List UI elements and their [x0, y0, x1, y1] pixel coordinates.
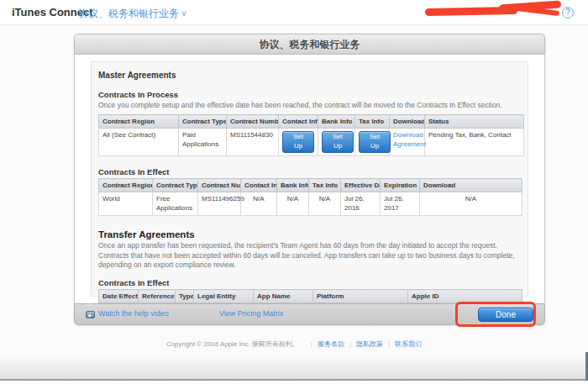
column-header: Contact Info [241, 179, 277, 192]
transfer-agreements-heading: Transfer Agreements [98, 229, 521, 239]
table-cell: Jul 26, 2016 [341, 192, 381, 216]
contracts-in-process-table: Contract RegionContract TypeContract Num… [98, 114, 524, 156]
column-header: Download [420, 179, 522, 192]
table-cell: Set Up [318, 129, 355, 156]
bottom-toolbar: ▶Watch the help video View Pricing Matri… [74, 303, 545, 325]
column-header: Contract Region [99, 179, 153, 192]
set-up-button[interactable]: Set Up [359, 131, 391, 153]
column-header: Contract Num... [198, 179, 241, 192]
column-header: Contract Type [179, 115, 227, 129]
footer-link[interactable]: 隐私政策 [356, 340, 383, 348]
contracts-in-effect-heading: Contracts In Effect [98, 167, 521, 176]
column-header: Status [425, 115, 524, 129]
done-button[interactable]: Done [478, 308, 533, 322]
transfer-contracts-table: Date EffectiveReference IDTypeLegal Enti… [98, 289, 522, 303]
table-cell: MS111544830 [227, 129, 279, 156]
footer-separator: | [311, 340, 312, 348]
help-icon[interactable]: ? [562, 7, 574, 18]
card-body: Master Agreements Contracts In Process O… [74, 55, 545, 303]
transfer-contracts-in-effect-heading: Contracts In Effect [98, 278, 521, 287]
column-header: Platform [313, 290, 408, 303]
column-header: App Name [254, 290, 313, 303]
column-header: Legal Entity [194, 290, 254, 303]
table-cell: Jul 26, 2017 [381, 192, 420, 216]
window-bottom-edge [0, 355, 588, 381]
table-cell: Set Up [279, 129, 318, 156]
table-cell: Set Up [355, 129, 390, 156]
table-row: WorldFree ApplicationsMS111496259N/AN/AN… [99, 192, 522, 216]
master-agreements-heading: Master Agreements [98, 71, 521, 80]
column-header: Apple ID [408, 290, 522, 303]
column-header: Date Effective [99, 290, 139, 303]
table-cell: N/A [241, 192, 277, 216]
table-cell: N/A [277, 192, 309, 216]
transfer-agreements-description: Once an app transfer has been requested,… [98, 241, 521, 270]
column-header: Expiration [381, 179, 420, 192]
column-header: Contract Region [99, 115, 179, 129]
column-header: Reference ID [139, 290, 176, 303]
contracts-in-process-heading: Contracts In Process [98, 90, 521, 99]
table-cell: N/A [420, 192, 522, 216]
section-dropdown[interactable]: 协议、税务和银行业务˅ [78, 7, 186, 21]
page-title: 协议、税务和银行业务 [74, 34, 545, 55]
column-header: Bank Info [277, 179, 309, 192]
column-header: Download [390, 115, 425, 129]
contracts-in-process-description: Once you complete setup and the effectiv… [98, 101, 521, 110]
footer-link[interactable]: 服务条款 [318, 340, 344, 348]
column-header: Tax Info [309, 179, 341, 192]
table-header-row: Contract RegionContract TypeContract Num… [99, 115, 524, 129]
table-cell: N/A [309, 192, 341, 216]
contracts-in-effect-table: Contract RegionContract TypeContract Num… [98, 178, 522, 216]
watch-help-video-link[interactable]: ▶Watch the help video [86, 309, 169, 318]
footer-link[interactable]: 联系我们 [395, 340, 422, 348]
set-up-button[interactable]: Set Up [282, 131, 314, 153]
table-row: All (See Contract)Paid ApplicationsMS111… [99, 129, 524, 156]
column-header: Tax Info [355, 115, 390, 129]
footer-separator: | [388, 340, 390, 348]
copyright-text: Copyright © 2016 Apple Inc. 保留所有权利。 [166, 340, 299, 348]
column-header: Effective Date [341, 179, 381, 192]
column-header: Contract Type [153, 179, 198, 192]
column-header: Contract Number [227, 115, 279, 129]
table-cell: Download Agreement [390, 129, 425, 156]
table-cell: All (See Contract) [99, 129, 179, 156]
footer-separator: | [349, 340, 351, 348]
table-cell: Free Applications [153, 192, 198, 216]
table-cell: MS111496259 [198, 192, 241, 216]
video-icon: ▶ [86, 311, 95, 318]
table-cell: World [99, 192, 153, 216]
set-up-button[interactable]: Set Up [322, 131, 354, 153]
agreements-module: 协议、税务和银行业务 Master Agreements Contracts I… [74, 34, 545, 325]
table-header-row: Contract RegionContract TypeContract Num… [99, 179, 522, 192]
column-header: Bank Info [318, 115, 355, 129]
download-agreement-link[interactable]: Download Agreement [393, 131, 426, 147]
table-header-row: Date EffectiveReference IDTypeLegal Enti… [99, 290, 522, 303]
column-header: Contact Info [279, 115, 318, 129]
agreements-panel: Master Agreements Contracts In Process O… [91, 61, 528, 297]
footer: Copyright © 2016 Apple Inc. 保留所有权利。|服务条款… [0, 339, 588, 349]
chevron-down-icon: ˅ [181, 9, 186, 18]
column-header: Type [176, 290, 194, 303]
table-cell: Pending Tax, Bank, Contact [425, 129, 524, 156]
view-pricing-matrix-link[interactable]: View Pricing Matrix [219, 309, 283, 318]
table-cell: Paid Applications [179, 129, 227, 156]
